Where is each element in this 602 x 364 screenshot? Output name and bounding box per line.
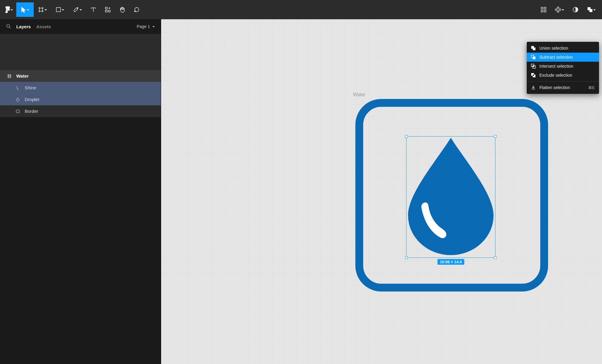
chevron-down-icon	[152, 24, 155, 29]
grid-icon	[541, 7, 547, 13]
panel-tabs: Layers Assets Page 1	[0, 19, 161, 34]
svg-rect-23	[559, 8, 561, 11]
cursor-icon	[21, 7, 26, 13]
svg-rect-13	[108, 10, 110, 12]
svg-rect-21	[557, 11, 559, 13]
comment-tool-button[interactable]	[129, 2, 144, 17]
layer-row-border[interactable]: Border	[0, 105, 161, 117]
svg-rect-32	[533, 66, 534, 67]
canvas-frame-label[interactable]: Water	[353, 92, 366, 97]
selection-dimensions-badge: 10.56 × 14.4	[438, 259, 464, 265]
union-icon	[531, 46, 536, 51]
menu-label: Intersect selection	[539, 64, 573, 69]
move-tool-button[interactable]	[16, 2, 34, 17]
menu-item-union[interactable]: Union selection	[527, 44, 599, 53]
svg-rect-18	[541, 10, 543, 12]
menu-label: Subtract selection	[539, 55, 573, 60]
comment-icon	[134, 7, 140, 13]
svg-rect-11	[105, 7, 107, 9]
rectangle-icon	[15, 110, 20, 113]
svg-rect-16	[541, 7, 543, 9]
app-root: Layers Assets Page 1 Water	[0, 0, 602, 364]
svg-rect-31	[16, 110, 19, 113]
layer-row-frame-water[interactable]: Water	[0, 70, 161, 82]
svg-rect-19	[544, 10, 546, 12]
boolean-operations-menu: Union selection Subtract selection	[527, 42, 599, 94]
chevron-down-icon	[27, 7, 29, 12]
menu-item-flatten[interactable]: Flatten selection ⌘E	[527, 83, 599, 92]
text-tool-button[interactable]	[86, 2, 101, 17]
vector-icon	[15, 86, 20, 90]
chevron-down-icon	[11, 7, 13, 12]
page-selector[interactable]: Page 1	[137, 24, 155, 29]
mask-tool-button[interactable]	[568, 2, 583, 17]
toolbar	[0, 0, 602, 19]
boolean-tool-button[interactable]	[583, 2, 600, 17]
layer-row-droplet[interactable]: Droplet	[0, 94, 161, 105]
svg-rect-5	[56, 8, 61, 12]
resources-icon	[105, 7, 111, 13]
component-tool-button[interactable]	[551, 2, 568, 17]
hand-tool-button[interactable]	[115, 2, 129, 17]
page-label: Page 1	[137, 24, 150, 29]
resources-tool-button[interactable]	[101, 2, 115, 17]
tab-assets[interactable]: Assets	[36, 24, 51, 29]
svg-rect-17	[544, 7, 546, 9]
svg-point-25	[7, 24, 10, 27]
layer-row-shine[interactable]: Shine	[0, 82, 161, 94]
figma-menu-button[interactable]	[2, 2, 16, 17]
text-icon	[91, 7, 96, 12]
menu-label: Flatten selection	[539, 85, 570, 90]
mask-icon	[572, 7, 579, 13]
layer-label: Border	[25, 109, 38, 114]
exclude-icon	[531, 73, 536, 78]
chevron-down-icon	[593, 7, 596, 12]
rectangle-icon	[56, 7, 61, 12]
main-split: Layers Assets Page 1 Water	[0, 19, 602, 364]
menu-label: Exclude selection	[539, 73, 572, 78]
figma-logo-icon	[5, 6, 10, 13]
menu-shortcut: ⌘E	[588, 85, 595, 90]
selection-handle-tr[interactable]	[494, 135, 497, 138]
frame-icon	[7, 74, 12, 78]
search-icon[interactable]	[6, 24, 11, 29]
selection-handle-tl[interactable]	[405, 135, 408, 138]
chevron-down-icon	[80, 7, 82, 12]
layer-label: Droplet	[25, 97, 39, 102]
union-icon	[587, 7, 593, 12]
pages-thumbnail-area	[0, 34, 161, 70]
menu-item-exclude[interactable]: Exclude selection	[527, 71, 599, 80]
hand-icon	[119, 6, 125, 13]
subtract-icon	[531, 55, 536, 60]
flatten-icon	[531, 85, 536, 90]
svg-point-6	[77, 8, 78, 8]
chevron-down-icon	[45, 7, 47, 12]
svg-rect-22	[555, 8, 557, 11]
layer-label: Water	[16, 73, 29, 79]
selection-handle-br[interactable]	[494, 256, 497, 259]
svg-rect-20	[557, 7, 559, 9]
menu-item-intersect[interactable]: Intersect selection	[527, 62, 599, 71]
pen-tool-button[interactable]	[69, 2, 86, 17]
frame-icon	[38, 7, 44, 13]
shape-tool-button[interactable]	[51, 2, 69, 17]
pixel-grid-button[interactable]	[536, 2, 551, 17]
svg-line-26	[9, 27, 11, 28]
frame-tool-button[interactable]	[34, 2, 51, 17]
svg-rect-12	[105, 10, 107, 12]
chevron-down-icon	[62, 7, 64, 12]
chevron-down-icon	[562, 7, 564, 12]
tab-layers[interactable]: Layers	[16, 24, 31, 29]
droplet-icon	[15, 97, 20, 102]
menu-separator	[527, 81, 599, 82]
svg-point-0	[8, 9, 10, 11]
selection-bounding-box[interactable]: 10.56 × 14.4	[406, 136, 495, 258]
layer-label: Shine	[25, 85, 36, 90]
menu-label: Union selection	[539, 46, 568, 51]
left-panel: Layers Assets Page 1 Water	[0, 19, 161, 364]
selection-handle-bl[interactable]	[405, 256, 408, 259]
menu-item-subtract[interactable]: Subtract selection	[527, 53, 599, 62]
canvas[interactable]: Water 10.56 × 14.4 Union selecti	[161, 19, 602, 364]
pen-icon	[73, 7, 79, 13]
component-icon	[555, 7, 561, 13]
